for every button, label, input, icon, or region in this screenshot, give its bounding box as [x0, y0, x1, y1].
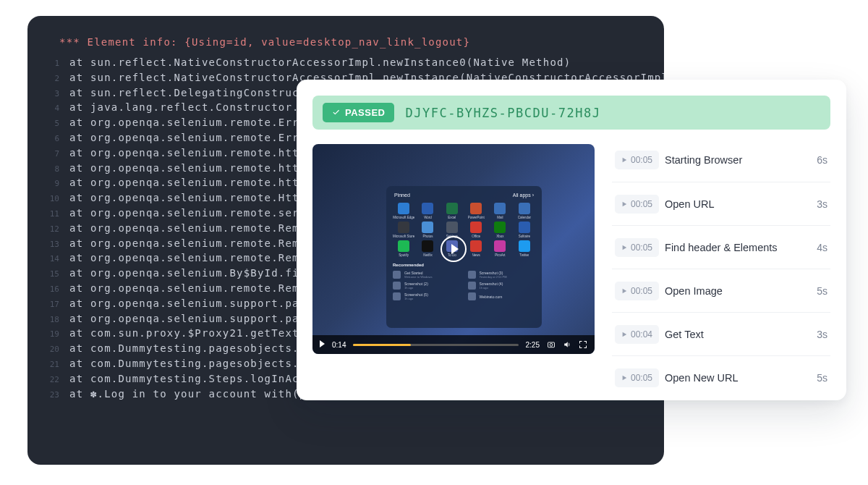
app-label: Xbox — [496, 235, 503, 238]
app-icon — [398, 203, 409, 214]
test-step-row[interactable]: 00:05Find header & Elements4s — [612, 225, 830, 263]
step-timestamp-pill[interactable]: 00:05 — [615, 195, 659, 214]
volume-icon[interactable] — [563, 340, 571, 349]
test-result-card: PASSED DJYFC-BYHZS-PBCDU-72H8J Pinned Al… — [297, 80, 846, 400]
video-play-icon[interactable] — [320, 340, 325, 349]
app-tile: Netflix — [417, 240, 438, 257]
video-player[interactable]: Pinned All apps › Microsoft EdgeWordExce… — [312, 144, 595, 354]
app-tile: Photos — [417, 222, 438, 238]
recommended-item: Webinato.com — [468, 292, 536, 300]
test-step-row[interactable]: 00:04Get Text3s — [612, 312, 830, 350]
step-title: Open New URL — [665, 372, 811, 384]
app-label: Word — [424, 216, 432, 219]
video-column: Pinned All apps › Microsoft EdgeWordExce… — [312, 144, 595, 393]
step-timestamp: 00:05 — [631, 286, 652, 296]
fullscreen-icon[interactable] — [579, 340, 587, 349]
play-icon — [621, 245, 627, 250]
step-duration: 5s — [817, 372, 827, 384]
line-number: 9 — [42, 179, 59, 188]
recommended-item: Get StartedWelcome to Windows — [393, 271, 461, 279]
app-label: Netflix — [423, 253, 433, 257]
play-icon — [621, 332, 627, 337]
test-step-row[interactable]: 00:05Open New URL5s — [612, 355, 830, 393]
step-timestamp: 00:05 — [631, 199, 652, 209]
file-icon — [468, 292, 476, 300]
app-icon — [422, 203, 433, 214]
step-timestamp-pill[interactable]: 00:05 — [615, 151, 659, 169]
line-content: at sun.reflect.NativeConstructorAccessor… — [69, 56, 571, 68]
app-label: Mail — [497, 216, 503, 219]
step-title: Open URL — [665, 198, 811, 210]
menu-pinned-label: Pinned — [394, 193, 410, 198]
app-label: Solitaire — [519, 235, 530, 238]
app-icon — [470, 203, 482, 214]
recommended-item: Screenshot (2)1h ago — [393, 282, 461, 290]
line-number: 15 — [42, 269, 59, 279]
line-number: 10 — [42, 194, 59, 203]
step-timestamp: 00:04 — [631, 329, 652, 340]
stacktrace-line: 1at sun.reflect.NativeConstructorAccesso… — [42, 56, 650, 68]
app-label: Excel — [448, 216, 456, 219]
line-number: 18 — [42, 315, 59, 324]
step-timestamp-pill[interactable]: 00:05 — [615, 368, 659, 387]
windows-start-menu: Pinned All apps › Microsoft EdgeWordExce… — [386, 186, 542, 328]
line-number: 8 — [42, 164, 59, 174]
app-icon — [470, 222, 482, 233]
line-number: 17 — [42, 300, 59, 309]
app-tile: Microsoft Store — [393, 222, 414, 238]
file-icon — [393, 282, 401, 290]
app-label: Spotify — [399, 253, 409, 257]
app-tile: PowerPoint — [465, 203, 487, 219]
app-icon — [446, 222, 458, 233]
video-progress-bar[interactable] — [353, 344, 518, 346]
app-label: News — [472, 253, 480, 257]
line-number: 6 — [42, 134, 59, 143]
step-timestamp: 00:05 — [631, 242, 652, 253]
app-tile: News — [465, 240, 487, 257]
file-icon — [468, 282, 476, 290]
play-icon — [621, 375, 627, 381]
app-icon — [519, 222, 530, 233]
line-number: 4 — [42, 104, 59, 113]
step-duration: 5s — [817, 285, 827, 297]
app-tile: Spotify — [393, 240, 414, 257]
line-number: 1 — [42, 59, 59, 68]
video-time-total: 2:25 — [526, 341, 540, 349]
app-icon — [519, 203, 530, 214]
step-timestamp-pill[interactable]: 00:05 — [615, 238, 659, 257]
app-label: Office — [472, 235, 480, 238]
app-tile: Mail — [489, 203, 511, 219]
step-title: Starting Browser — [665, 154, 811, 166]
line-number: 19 — [42, 329, 59, 339]
recommended-item: Screenshot (5)1h ago — [393, 292, 461, 300]
recommended-item: Screenshot (3)Yesterday at 2:51 PM — [468, 271, 536, 279]
app-icon — [494, 240, 506, 252]
app-label: PicsArt — [495, 253, 505, 257]
step-timestamp: 00:05 — [631, 155, 652, 165]
app-tile: PicsArt — [489, 240, 511, 257]
play-icon — [621, 201, 627, 207]
app-tile: Solitaire — [514, 222, 535, 238]
test-step-row[interactable]: 00:05Open Image5s — [612, 269, 830, 306]
app-label: Microsoft Edge — [393, 216, 414, 219]
app-icon — [422, 222, 433, 233]
stacktrace-header: *** Element info: {Using=id, value=deskt… — [59, 36, 650, 48]
test-step-row[interactable]: 00:05Starting Browser6s — [612, 144, 830, 176]
app-icon — [470, 240, 482, 252]
step-title: Open Image — [665, 285, 811, 297]
app-icon — [398, 222, 409, 233]
file-icon — [393, 292, 401, 300]
step-timestamp-pill[interactable]: 00:04 — [615, 325, 659, 344]
camera-icon[interactable] — [547, 340, 556, 349]
app-label: PowerPoint — [468, 216, 485, 219]
test-step-row[interactable]: 00:05Open URL3s — [612, 182, 830, 219]
menu-allapps-label: All apps › — [513, 193, 534, 198]
svg-rect-0 — [548, 342, 555, 347]
result-banner: PASSED DJYFC-BYHZS-PBCDU-72H8J — [312, 96, 830, 130]
play-button[interactable] — [441, 236, 467, 262]
line-number: 12 — [42, 224, 59, 234]
step-timestamp-pill[interactable]: 00:05 — [615, 282, 659, 300]
app-label: Photos — [422, 235, 433, 238]
app-label: Microsoft Store — [393, 235, 414, 238]
app-icon — [398, 240, 409, 252]
